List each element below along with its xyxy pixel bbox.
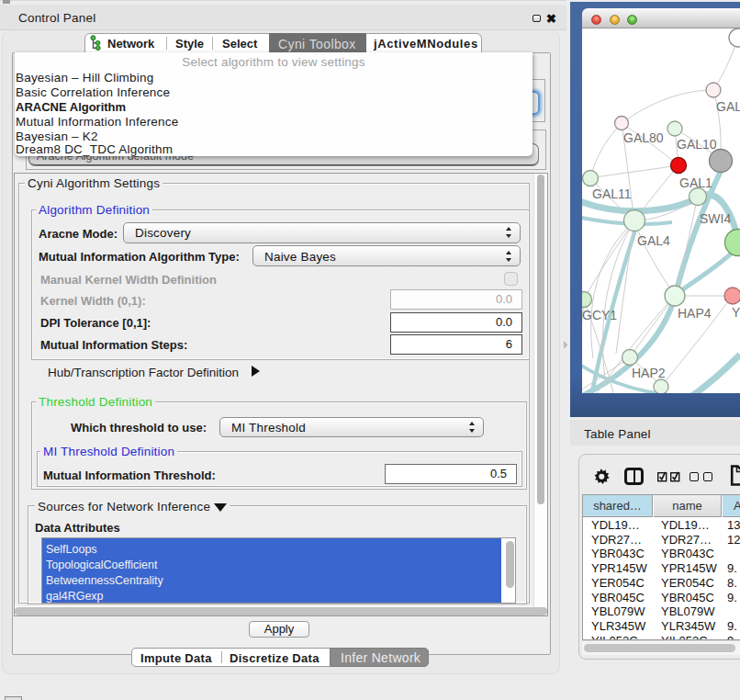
svg-text:HAP2: HAP2 (632, 366, 666, 380)
svg-text:GAL4: GAL4 (637, 233, 670, 248)
svg-text:Y: Y (732, 305, 740, 320)
svg-text:GCY1: GCY1 (582, 308, 617, 322)
svg-text:GAL80: GAL80 (623, 130, 664, 145)
svg-text:GAL10: GAL10 (677, 137, 717, 152)
svg-text:GAL: GAL (716, 99, 740, 114)
svg-text:GAL1: GAL1 (679, 175, 712, 190)
svg-text:GAL11: GAL11 (592, 186, 632, 201)
svg-text:SWI4: SWI4 (700, 211, 731, 226)
svg-text:HAP4: HAP4 (678, 306, 712, 321)
